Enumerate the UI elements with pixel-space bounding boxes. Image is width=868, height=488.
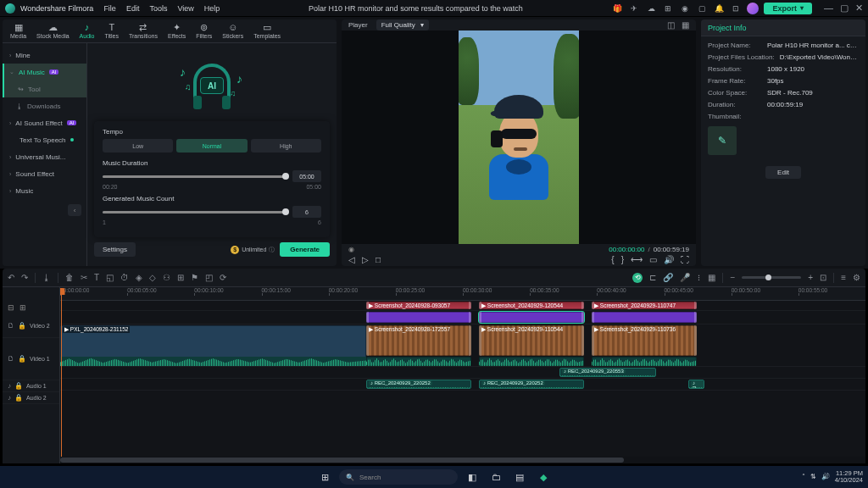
menu-tools[interactable]: Tools [149, 4, 167, 13]
menu-edit[interactable]: Edit [126, 4, 140, 13]
lock-icon[interactable]: 🔒 [18, 355, 26, 363]
unlimited-badge[interactable]: $Unlimitedⓘ [231, 246, 275, 254]
edit-button[interactable]: Edit [765, 166, 801, 179]
track-header-audio1[interactable]: ♪🔒Audio 1 [3, 380, 59, 392]
settings-button[interactable]: Settings [94, 242, 136, 257]
sidebar-item-tts[interactable]: Text To Speech [3, 131, 86, 148]
track-options-icon[interactable]: ⊞ [19, 303, 26, 312]
timeline-clip[interactable]: ▶ Screenshot_20240929-110747 [592, 302, 697, 309]
record-icon[interactable]: ◉ [679, 3, 691, 14]
thumbnail-box[interactable]: ✎ [708, 126, 737, 155]
duration-value[interactable]: 05:00 [292, 170, 321, 182]
share-icon[interactable]: ✈ [628, 3, 640, 14]
tempo-low[interactable]: Low [103, 139, 173, 152]
tracks-area[interactable]: 00:00:00:0000:00:05:0000:00:10:0000:00:1… [60, 287, 865, 463]
zoom-in-button[interactable]: + [808, 273, 813, 282]
tray-chevron-icon[interactable]: ˄ [802, 474, 805, 481]
track-header-audio2[interactable]: ♪🔒Audio 2 [3, 392, 59, 404]
fullscreen-icon[interactable]: ⛶ [681, 255, 689, 264]
tab-audio[interactable]: ♪Audio [75, 21, 99, 41]
task-view-button[interactable]: ◧ [463, 469, 481, 485]
timeline-audio-clip[interactable]: ♪ R... [688, 380, 704, 389]
explorer-button[interactable]: 🗀 [487, 469, 505, 485]
duration-slider[interactable] [103, 175, 286, 178]
player-viewport[interactable] [342, 30, 696, 244]
link-toggle[interactable]: 🔗 [663, 273, 673, 282]
playhead-handle[interactable] [60, 288, 65, 295]
timeline-clip[interactable]: ▶ Screenshot_20240929-110544 [479, 325, 584, 356]
export-button[interactable]: Export [764, 3, 812, 14]
maximize-button[interactable]: ▢ [840, 3, 849, 14]
menu-help[interactable]: Help [204, 4, 220, 13]
mute-icon[interactable]: ♪ [8, 382, 11, 390]
mark-out-icon[interactable]: } [621, 255, 624, 264]
lock-icon[interactable]: 🔒 [14, 382, 23, 390]
taskbar-search[interactable]: 🔍Search [339, 469, 458, 485]
pointer-tool[interactable]: ⭳ [42, 273, 51, 282]
cloud-icon[interactable]: ☁ [645, 3, 657, 14]
filmora-taskbar-icon[interactable]: ◆ [534, 469, 553, 485]
timeline-clip-audio[interactable] [60, 357, 366, 366]
sidebar-item-ai-sound-effect[interactable]: ›AI Sound EffectAI [3, 114, 86, 131]
tab-media[interactable]: ▦Media [6, 21, 31, 41]
timeline-audio-clip[interactable]: ♪ REC_20240929_220553 [559, 368, 656, 377]
settings-button[interactable]: ⚙ [853, 273, 860, 282]
color-tool[interactable]: ◈ [136, 273, 142, 282]
tempo-normal[interactable]: Normal [176, 139, 247, 152]
timeline-clip[interactable] [479, 312, 584, 323]
magnet-toggle[interactable]: ⊏ [649, 273, 656, 282]
crop-tool[interactable]: ◱ [106, 273, 114, 282]
app-button[interactable]: ▤ [510, 469, 529, 485]
count-value[interactable]: 6 [292, 206, 321, 218]
sidebar-item-downloads[interactable]: ⭳Downloads [3, 97, 86, 114]
redo-button[interactable]: ↷ [21, 273, 28, 282]
grid-icon[interactable]: ⊡ [730, 3, 742, 14]
marker-tool[interactable]: ⚑ [191, 273, 198, 282]
keyframe-tool[interactable]: ◇ [149, 273, 156, 282]
picture-in-picture-tool[interactable]: ◰ [205, 273, 213, 282]
timeline-clip-audio[interactable] [592, 357, 697, 366]
tab-stock-media[interactable]: ☁Stock Media [32, 21, 74, 41]
sidebar-collapse-button[interactable]: ‹ [68, 204, 81, 216]
menu-view[interactable]: View [177, 4, 193, 13]
generate-button[interactable]: Generate [280, 242, 330, 257]
timeline-clip[interactable]: ▶ Screenshot_20240928-172557 [366, 325, 471, 356]
tab-transitions[interactable]: ⇄Transitions [125, 21, 162, 41]
snapshot-icon[interactable]: ▦ [682, 20, 689, 30]
compare-icon[interactable]: ◫ [667, 20, 675, 30]
timeline-clip[interactable]: ▶ Screenshot_20240928-093057 [366, 302, 471, 309]
timeline-clip-audio[interactable] [366, 357, 471, 366]
timeline-clip[interactable]: ▶ Screenshot_20240929-110736 [592, 325, 697, 356]
timeline-clip-audio[interactable] [479, 357, 584, 366]
menu-file[interactable]: File [103, 4, 116, 13]
sidebar-item-music[interactable]: ›Music [3, 182, 86, 199]
tv-icon[interactable]: ▢ [696, 3, 708, 14]
bell-icon[interactable]: 🔔 [713, 3, 725, 14]
tab-filters[interactable]: ⊚Filters [192, 21, 216, 41]
lock-icon[interactable]: 🔒 [14, 394, 23, 402]
sidebar-item-mine[interactable]: ›Mine [3, 47, 86, 64]
speed-tool[interactable]: ⏱ [120, 273, 129, 282]
zoom-out-button[interactable]: − [730, 273, 735, 282]
undo-button[interactable]: ↶ [8, 273, 14, 282]
system-tray[interactable]: ˄ ⇅ 🔊 11:29 PM4/10/2024 [802, 470, 863, 485]
volume-icon[interactable]: 🔊 [664, 255, 674, 264]
volume-icon[interactable]: 🔊 [821, 474, 830, 481]
timeline-audio-clip[interactable]: ♪ REC_20240929_220252 [366, 380, 471, 389]
sidebar-item-universal-music[interactable]: ›Universal Musi... [3, 148, 86, 165]
time-ruler[interactable]: 00:00:00:0000:00:05:0000:00:10:0000:00:1… [60, 287, 865, 301]
zoom-fit-button[interactable]: ⊡ [820, 273, 826, 282]
tempo-high[interactable]: High [251, 139, 321, 152]
trim-icon[interactable]: ⟷ [631, 255, 643, 264]
tab-templates[interactable]: ▭Templates [249, 21, 285, 41]
close-button[interactable]: ✕ [855, 3, 863, 14]
mute-icon[interactable]: ♪ [8, 394, 11, 402]
sidebar-item-sound-effect[interactable]: ›Sound Effect [3, 165, 86, 182]
sidebar-item-tool[interactable]: ↬Tool [3, 80, 86, 97]
sidebar-item-ai-music[interactable]: ⌄AI MusicAI [3, 64, 86, 80]
tab-effects[interactable]: ✦Effects [164, 21, 190, 41]
screenshot-icon[interactable]: ▭ [649, 255, 657, 264]
play-button[interactable]: ▷ [362, 255, 369, 264]
tab-titles[interactable]: TTitles [101, 21, 123, 41]
stop-button[interactable]: □ [376, 255, 381, 264]
